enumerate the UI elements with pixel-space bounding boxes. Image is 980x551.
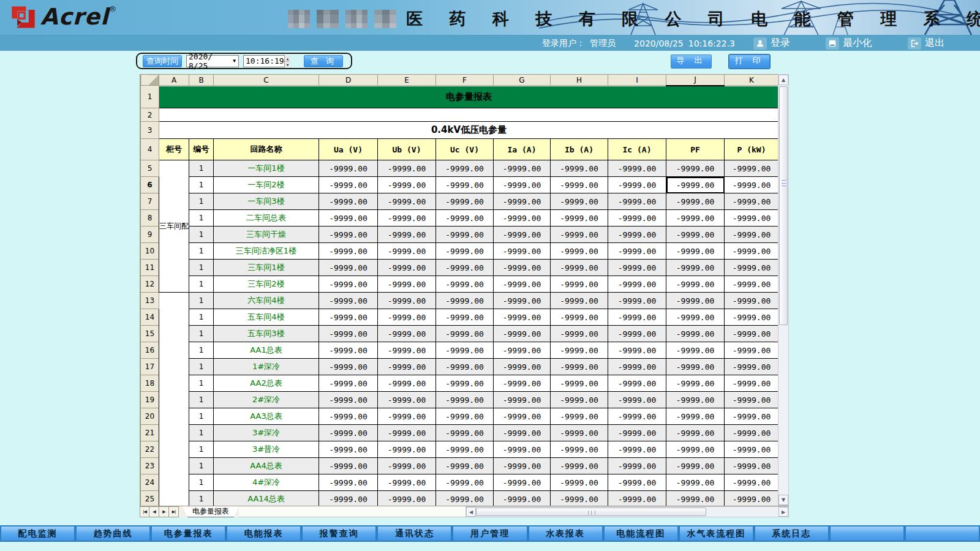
- table-header-7[interactable]: Ib (A): [551, 139, 608, 160]
- cell-K23[interactable]: -9999.00: [725, 458, 778, 474]
- cell-D24[interactable]: -9999.00: [319, 474, 378, 491]
- vscroll-thumb[interactable]: [779, 86, 788, 325]
- row-header-23[interactable]: 23: [141, 458, 159, 474]
- cell-D18[interactable]: -9999.00: [319, 375, 378, 392]
- cell-H17[interactable]: -9999.00: [551, 359, 608, 375]
- cell-D9[interactable]: -9999.00: [319, 227, 378, 243]
- cell-J12[interactable]: -9999.00: [666, 276, 725, 293]
- export-button[interactable]: 导 出: [671, 54, 712, 69]
- cell-I5[interactable]: -9999.00: [608, 160, 666, 177]
- cell-circuit-11[interactable]: 三车间1楼: [214, 260, 319, 276]
- cell-no-13[interactable]: 1: [189, 293, 214, 309]
- nav-item-blank-2[interactable]: [905, 526, 979, 541]
- column-header-F[interactable]: F: [436, 75, 494, 86]
- cell-I13[interactable]: -9999.00: [608, 293, 666, 309]
- cell-K12[interactable]: -9999.00: [725, 276, 778, 293]
- cell-F16[interactable]: -9999.00: [436, 342, 494, 359]
- row-header-20[interactable]: 20: [141, 408, 159, 425]
- cell-J22[interactable]: -9999.00: [666, 441, 725, 458]
- cell-F17[interactable]: -9999.00: [436, 359, 494, 375]
- cell-I6[interactable]: -9999.00: [608, 177, 666, 193]
- cell-K19[interactable]: -9999.00: [725, 392, 778, 408]
- first-sheet-icon[interactable]: |◀: [140, 506, 149, 517]
- next-sheet-icon[interactable]: ▶: [159, 506, 169, 517]
- vertical-scrollbar[interactable]: ▲ ▼: [778, 74, 789, 506]
- cell-G9[interactable]: -9999.00: [494, 227, 551, 243]
- login-button[interactable]: 登录: [753, 37, 790, 50]
- cell-J25[interactable]: -9999.00: [666, 491, 725, 506]
- spin-down-icon[interactable]: ▼: [285, 62, 291, 67]
- column-header-I[interactable]: I: [608, 75, 666, 86]
- cell-F13[interactable]: -9999.00: [436, 293, 494, 309]
- column-header-E[interactable]: E: [378, 75, 436, 86]
- cell-D6[interactable]: -9999.00: [319, 177, 378, 193]
- query-time-spinner[interactable]: 10:16:19 ▲ ▼: [243, 55, 285, 67]
- cell-F18[interactable]: -9999.00: [436, 375, 494, 392]
- row-header-8[interactable]: 8: [141, 210, 159, 227]
- cell-F9[interactable]: -9999.00: [436, 227, 494, 243]
- cell-F6[interactable]: -9999.00: [436, 177, 494, 193]
- cell-circuit-16[interactable]: AA1总表: [214, 342, 319, 359]
- cell-no-23[interactable]: 1: [189, 458, 214, 474]
- cell-E20[interactable]: -9999.00: [378, 408, 436, 425]
- row-header-7[interactable]: 7: [141, 193, 159, 210]
- cell-E12[interactable]: -9999.00: [378, 276, 436, 293]
- cell-D17[interactable]: -9999.00: [319, 359, 378, 375]
- cell-J24[interactable]: -9999.00: [666, 474, 725, 491]
- cell-E22[interactable]: -9999.00: [378, 441, 436, 458]
- time-spinner-buttons[interactable]: ▲ ▼: [284, 56, 291, 67]
- cell-G16[interactable]: -9999.00: [494, 342, 551, 359]
- cell-no-8[interactable]: 1: [189, 210, 214, 227]
- cell-F19[interactable]: -9999.00: [436, 392, 494, 408]
- cell-F7[interactable]: -9999.00: [436, 193, 494, 210]
- cell-I23[interactable]: -9999.00: [608, 458, 666, 474]
- cell-circuit-25[interactable]: AA14总表: [214, 491, 319, 506]
- cell-E9[interactable]: -9999.00: [378, 227, 436, 243]
- cell-H18[interactable]: -9999.00: [551, 375, 608, 392]
- cell-J16[interactable]: -9999.00: [666, 342, 725, 359]
- cell-no-9[interactable]: 1: [189, 227, 214, 243]
- cell-D19[interactable]: -9999.00: [319, 392, 378, 408]
- table-header-2[interactable]: 回路名称: [214, 139, 319, 160]
- cell-K7[interactable]: -9999.00: [725, 193, 778, 210]
- cell-H23[interactable]: -9999.00: [551, 458, 608, 474]
- cell-no-6[interactable]: 1: [189, 177, 214, 193]
- row-header-22[interactable]: 22: [141, 441, 159, 458]
- cell-no-19[interactable]: 1: [189, 392, 214, 408]
- row-header-15[interactable]: 15: [141, 326, 159, 342]
- cell-E11[interactable]: -9999.00: [378, 260, 436, 276]
- cell-J11[interactable]: -9999.00: [666, 260, 725, 276]
- cell-G23[interactable]: -9999.00: [494, 458, 551, 474]
- cell-H6[interactable]: -9999.00: [551, 177, 608, 193]
- cell-I24[interactable]: -9999.00: [608, 474, 666, 491]
- cell-J8[interactable]: -9999.00: [666, 210, 725, 227]
- cell-D20[interactable]: -9999.00: [319, 408, 378, 425]
- cell-D11[interactable]: -9999.00: [319, 260, 378, 276]
- cell-circuit-23[interactable]: AA4总表: [214, 458, 319, 474]
- cell-circuit-24[interactable]: 4#深冷: [214, 474, 319, 491]
- cell-E14[interactable]: -9999.00: [378, 309, 436, 326]
- cell-E21[interactable]: -9999.00: [378, 425, 436, 441]
- cell-G10[interactable]: -9999.00: [494, 243, 551, 260]
- minimize-button[interactable]: 最小化: [826, 37, 872, 50]
- cell-E18[interactable]: -9999.00: [378, 375, 436, 392]
- cell-K24[interactable]: -9999.00: [725, 474, 778, 491]
- cell-F22[interactable]: -9999.00: [436, 441, 494, 458]
- row-header-24[interactable]: 24: [141, 474, 159, 491]
- table-header-8[interactable]: Ic (A): [608, 139, 666, 160]
- cell-F23[interactable]: -9999.00: [436, 458, 494, 474]
- cell-G21[interactable]: -9999.00: [494, 425, 551, 441]
- cell-G15[interactable]: -9999.00: [494, 326, 551, 342]
- cell-H12[interactable]: -9999.00: [551, 276, 608, 293]
- table-header-9[interactable]: PF: [666, 139, 725, 160]
- cell-circuit-5[interactable]: 一车间1楼: [214, 160, 319, 177]
- row-header-3[interactable]: 3: [141, 122, 159, 139]
- nav-item-param-report[interactable]: 电参量报表: [151, 526, 225, 541]
- cell-circuit-18[interactable]: AA2总表: [214, 375, 319, 392]
- cell-F15[interactable]: -9999.00: [436, 326, 494, 342]
- cell-circuit-7[interactable]: 一车间3楼: [214, 193, 319, 210]
- cell-D16[interactable]: -9999.00: [319, 342, 378, 359]
- cell-K21[interactable]: -9999.00: [725, 425, 778, 441]
- query-button[interactable]: 查 询: [304, 55, 343, 67]
- cell-G7[interactable]: -9999.00: [494, 193, 551, 210]
